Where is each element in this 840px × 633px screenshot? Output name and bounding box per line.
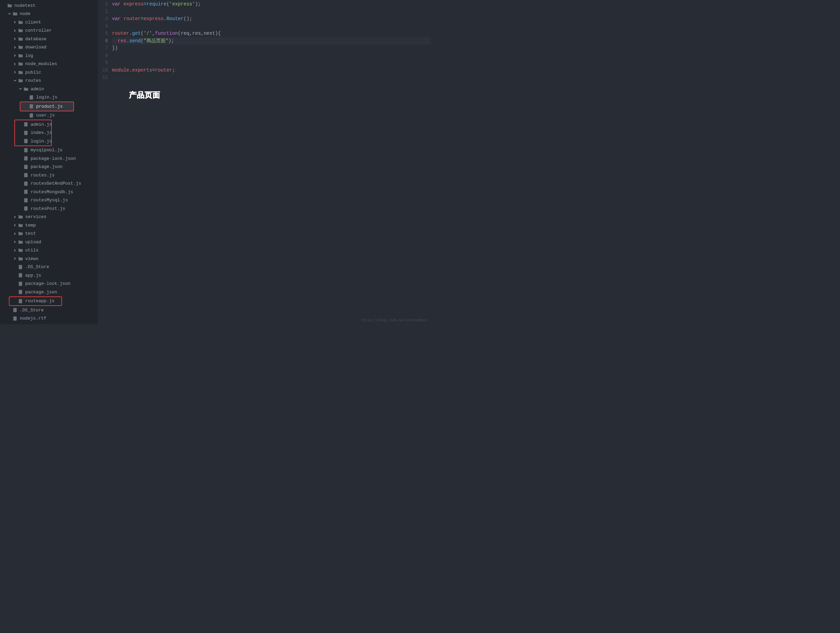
line-number: 4: [98, 23, 108, 30]
chevron-icon[interactable]: [13, 299, 17, 303]
tree-folder[interactable]: services: [0, 213, 98, 221]
file-icon: [23, 147, 28, 153]
chevron-icon[interactable]: [13, 54, 17, 58]
chevron-icon[interactable]: [18, 165, 22, 169]
code-token: send: [129, 38, 141, 44]
tree-file[interactable]: login.js: [0, 93, 98, 102]
chevron-icon[interactable]: [18, 190, 22, 194]
chevron-icon[interactable]: [24, 114, 28, 118]
tree-file[interactable]: index.js: [15, 129, 51, 137]
code-token: module: [112, 68, 129, 73]
code-editor[interactable]: 1234567891011 var express=require('expre…: [98, 0, 431, 324]
tree-file[interactable]: package.json: [0, 288, 98, 297]
file-icon: [23, 138, 28, 144]
chevron-icon[interactable]: [18, 207, 22, 210]
tree-folder[interactable]: routes: [0, 77, 98, 85]
chevron-icon[interactable]: [18, 156, 22, 161]
tree-folder[interactable]: database: [0, 35, 98, 43]
chevron-icon[interactable]: [8, 308, 11, 312]
tree-file[interactable]: login.js: [15, 137, 51, 145]
chevron-icon[interactable]: [13, 248, 17, 253]
tree-folder[interactable]: download: [0, 43, 98, 52]
chevron-icon[interactable]: [13, 20, 17, 24]
chevron-icon[interactable]: [18, 198, 22, 202]
chevron-icon[interactable]: [13, 37, 17, 41]
chevron-icon[interactable]: [13, 62, 17, 66]
tree-folder[interactable]: test: [0, 230, 98, 238]
chevron-icon[interactable]: [13, 282, 17, 286]
tree-file[interactable]: routesPost.js: [0, 204, 98, 213]
tree-folder[interactable]: node_modules: [0, 60, 98, 68]
highlight-box: product.js: [20, 101, 74, 111]
tree-folder[interactable]: upload: [0, 238, 98, 246]
tree-folder[interactable]: utils: [0, 246, 98, 255]
chevron-icon[interactable]: [8, 317, 11, 320]
tree-folder[interactable]: controller: [0, 27, 98, 35]
chevron-icon[interactable]: [13, 240, 17, 244]
tree-folder[interactable]: nodetest: [0, 2, 98, 10]
chevron-icon[interactable]: [24, 95, 28, 99]
chevron-icon[interactable]: [18, 87, 22, 91]
chevron-icon[interactable]: [13, 232, 17, 236]
tree-folder[interactable]: node: [0, 10, 98, 18]
tree-folder[interactable]: public: [0, 68, 98, 77]
tree-item-label: package.json: [31, 164, 63, 169]
tree-file[interactable]: mysqlpool.js: [0, 146, 98, 155]
file-icon: [18, 273, 23, 278]
chevron-icon[interactable]: [13, 265, 17, 269]
chevron-icon[interactable]: [13, 79, 17, 83]
file-icon: [23, 156, 28, 161]
chevron-icon[interactable]: [18, 173, 22, 177]
line-number: 8: [98, 52, 108, 60]
chevron-icon[interactable]: [18, 182, 22, 186]
chevron-icon[interactable]: [18, 131, 22, 135]
tree-file[interactable]: nodejs.rtf: [0, 314, 98, 323]
tree-file[interactable]: package.json: [0, 163, 98, 171]
tree-file[interactable]: routes.js: [0, 171, 98, 180]
chevron-icon[interactable]: [13, 45, 17, 49]
chevron-icon[interactable]: [13, 273, 17, 277]
chevron-icon[interactable]: [13, 215, 17, 219]
tree-file[interactable]: product.js: [21, 102, 73, 111]
tree-file[interactable]: .DS_Store: [0, 306, 98, 314]
folder-icon: [18, 223, 23, 228]
tree-file[interactable]: user.js: [0, 111, 98, 120]
chevron-icon[interactable]: [24, 104, 28, 108]
folder-icon: [18, 36, 23, 41]
tree-file[interactable]: package-lock.json: [0, 154, 98, 163]
tree-file[interactable]: routesMongodb.js: [0, 188, 98, 196]
tree-file[interactable]: routesMysql.js: [0, 196, 98, 205]
tree-folder[interactable]: views: [0, 254, 98, 263]
chevron-icon[interactable]: [18, 139, 22, 143]
code-token: ,: [152, 31, 155, 36]
tree-item-label: controller: [25, 28, 52, 33]
chevron-icon[interactable]: [13, 223, 17, 227]
chevron-icon[interactable]: [8, 12, 11, 16]
file-tree-sidebar[interactable]: nodetestnodeclientcontrollerdatabasedown…: [0, 0, 98, 324]
code-token: (: [167, 2, 169, 7]
tree-folder[interactable]: client: [0, 18, 98, 27]
tree-file[interactable]: .DS_Store: [0, 263, 98, 272]
code-token: =: [152, 68, 155, 73]
chevron-icon[interactable]: [13, 28, 17, 33]
tree-folder[interactable]: log: [0, 51, 98, 60]
chevron-icon[interactable]: [2, 3, 6, 8]
tree-file[interactable]: app.js: [0, 271, 98, 280]
chevron-icon[interactable]: [18, 148, 22, 152]
tree-item-label: index.js: [31, 130, 52, 135]
tree-file[interactable]: routeapp.js: [9, 297, 61, 306]
tree-file[interactable]: package-lock.json: [0, 280, 98, 288]
tree-file[interactable]: admin.js: [15, 120, 51, 129]
tree-folder[interactable]: temp: [0, 221, 98, 230]
chevron-icon[interactable]: [13, 290, 17, 294]
chevron-icon[interactable]: [13, 257, 17, 260]
tree-item-label: user.js: [36, 113, 55, 118]
code-token: '/': [144, 31, 152, 36]
tree-folder[interactable]: admin: [0, 85, 98, 93]
tree-file[interactable]: routesGetAndPost.js: [0, 180, 98, 188]
chevron-icon[interactable]: [13, 70, 17, 74]
chevron-icon[interactable]: [18, 122, 22, 126]
tree-item-label: product.js: [36, 104, 63, 109]
code-token: ();: [183, 16, 192, 22]
highlight-box: routeapp.js: [9, 297, 62, 306]
